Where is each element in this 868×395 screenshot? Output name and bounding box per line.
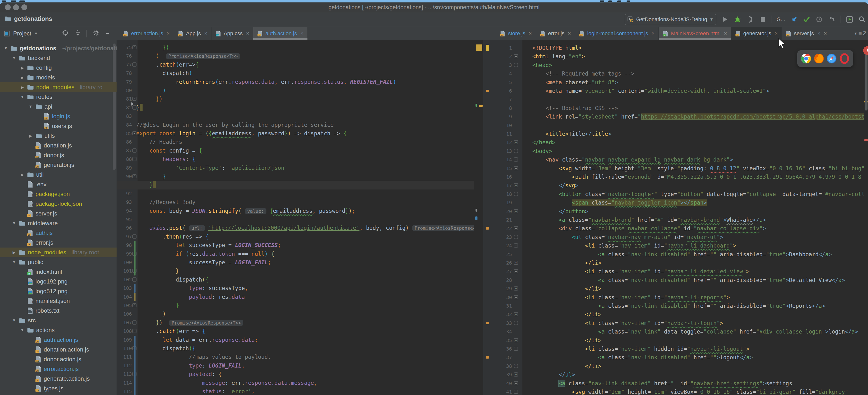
tree-item-donor.js[interactable]: JS donor.js (0, 150, 117, 160)
fold-collapse-icon[interactable]: − (514, 269, 518, 273)
fold-end-icon[interactable]: ^ (132, 97, 136, 101)
fold-collapse-icon[interactable]: − (514, 321, 518, 325)
tab-App.js[interactable]: JS App.js× (174, 27, 212, 40)
editor-splitter[interactable] (483, 40, 486, 395)
tree-item-index.html[interactable]: H index.html (0, 267, 117, 277)
fold-collapse-icon[interactable]: − (132, 235, 136, 239)
fold-end-icon[interactable]: ^ (132, 174, 136, 178)
tree-item-manifest.json[interactable]: {..}manifest.json (0, 296, 117, 306)
close-icon[interactable]: × (568, 30, 571, 37)
tree-item-server.js[interactable]: JS server.js (0, 209, 117, 218)
hide-panel-icon[interactable]: − (106, 30, 110, 37)
fold-collapse-icon[interactable]: − (514, 390, 518, 394)
expand-arrow-icon[interactable]: ▶ (20, 85, 25, 90)
collapse-arrow-icon[interactable]: ▼ (12, 221, 17, 225)
tree-item-donation.action.js[interactable]: JS donation.action.js (0, 345, 117, 355)
tree-item-robots.txt[interactable]: robots.txt (0, 306, 117, 315)
tree-item-users.js[interactable]: JS users.js (0, 121, 117, 131)
tree-item-generator.js[interactable]: JS generator.js (0, 160, 117, 170)
fold-end-icon[interactable]: ^ (514, 338, 518, 342)
fold-end-icon[interactable]: ^ (514, 261, 518, 265)
tree-item-package-lock.json[interactable]: {..}package-lock.json (0, 199, 117, 209)
tree-item-routes[interactable]: ▼routes (0, 92, 117, 102)
expand-arrow-icon[interactable]: ▶ (20, 66, 25, 70)
fold-end-icon[interactable]: ^ (514, 364, 518, 368)
tree-item-node_modules[interactable]: ▶node_moduleslibrary root (0, 247, 117, 257)
fold-collapse-icon[interactable]: − (514, 347, 518, 351)
fold-collapse-icon[interactable]: − (514, 149, 518, 153)
tab-error.js[interactable]: JS error.js× (536, 27, 575, 40)
tree-item-auth.action.js[interactable]: JS auth.action.js (0, 335, 117, 345)
collapse-arrow-icon[interactable]: ▼ (20, 328, 25, 332)
left-editor[interactable]: 75^7677−78798081^82^838485−8687−88−8990^… (117, 40, 483, 395)
tree-item-api[interactable]: ▼api (0, 102, 117, 112)
tree-item-node_modules[interactable]: ▶node_moduleslibrary ro (0, 82, 117, 92)
tab-auth.action.js[interactable]: JS auth.action.js× (253, 27, 308, 40)
close-icon[interactable]: × (204, 30, 208, 37)
close-icon[interactable]: × (724, 30, 727, 37)
collapse-all-icon[interactable] (75, 30, 81, 37)
expand-arrow-icon[interactable]: ▶ (12, 250, 17, 255)
tree-item-models[interactable]: ▶models (0, 73, 117, 82)
tree-item-auth.js[interactable]: JS auth.js (0, 228, 117, 238)
tree-item-donor.action.js[interactable]: JS donor.action.js (0, 355, 117, 364)
editor-scrollbar[interactable] (865, 50, 868, 111)
fold-end-icon[interactable]: ^ (132, 105, 136, 110)
tree-item-components[interactable]: ▼components (0, 393, 117, 395)
hidden-tabs-dropdown[interactable]: ▼ ≡ 2 (854, 30, 866, 37)
code-area[interactable]: }) ) Promise<AxiosResponse<T>> .catch(er… (136, 40, 474, 395)
git-branch-label[interactable]: G... (777, 16, 785, 23)
close-icon[interactable]: × (166, 30, 170, 37)
debug-button[interactable] (734, 16, 741, 23)
expand-arrow-icon[interactable]: ▶ (28, 133, 33, 138)
fold-end-icon[interactable]: ^ (132, 321, 136, 325)
opera-icon[interactable] (839, 54, 849, 64)
error-stripe[interactable] (864, 40, 868, 395)
tree-item-types.js[interactable]: JS types.js (0, 384, 117, 393)
collapse-arrow-icon[interactable]: ▼ (28, 104, 33, 109)
history-icon[interactable] (815, 16, 823, 23)
run-window-icon[interactable] (846, 16, 854, 23)
commit-icon[interactable] (803, 16, 810, 23)
error-stripe[interactable] (474, 40, 483, 395)
tree-item-package.json[interactable]: {..}package.json (0, 189, 117, 199)
tree-item-util[interactable]: ▶util (0, 170, 117, 180)
project-tool-window-header[interactable]: Project ▼ − (0, 27, 117, 40)
code-area[interactable]: <!DOCTYPE html><html lang="en"><head> <!… (532, 40, 864, 395)
close-icon[interactable]: × (301, 30, 304, 37)
gear-icon[interactable] (93, 30, 99, 37)
close-icon[interactable]: × (775, 30, 778, 37)
fold-end-icon[interactable]: ^ (514, 372, 518, 376)
tab-MainNavScreen.html[interactable]: H MainNavScreen.html× (659, 27, 731, 40)
fold-collapse-icon[interactable]: − (132, 157, 136, 161)
safari-icon[interactable] (827, 54, 837, 64)
tab-error.action.js[interactable]: JS error.action.js× (119, 27, 174, 40)
collapse-arrow-icon[interactable]: ▼ (12, 318, 17, 323)
tree-item-donation.js[interactable]: JS donation.js (0, 141, 117, 150)
tab-App.css[interactable]: CSS App.css× (212, 27, 253, 40)
tab-store.js[interactable]: JS store.js× (496, 27, 536, 40)
tree-item-config[interactable]: ▶config (0, 63, 117, 73)
tree-item-backend[interactable]: ▼backend (0, 53, 117, 63)
expand-arrow-icon[interactable]: ▶ (20, 75, 25, 80)
tree-item-login.js[interactable]: JS login.js (0, 112, 117, 121)
firefox-icon[interactable] (814, 54, 824, 64)
tree-item-.env[interactable]: .env (0, 180, 117, 189)
tree-item-generate.action.js[interactable]: JS generate.action.js (0, 374, 117, 384)
tab-generator.js[interactable]: JS generator.js× (731, 27, 782, 40)
tree-item-error.js[interactable]: JS error.js (0, 238, 117, 247)
locate-file-icon[interactable] (62, 30, 68, 37)
search-icon[interactable] (858, 16, 866, 23)
update-project-icon[interactable] (790, 16, 798, 23)
close-icon[interactable]: × (246, 30, 249, 37)
stop-button[interactable] (759, 16, 767, 23)
collapse-arrow-icon[interactable]: ▼ (12, 260, 17, 264)
fold-end-icon[interactable]: ^ (132, 303, 136, 307)
fold-collapse-icon[interactable]: − (514, 243, 518, 247)
fold-collapse-icon[interactable]: − (132, 62, 136, 66)
gutter-marker-icon[interactable] (131, 102, 134, 106)
collapse-arrow-icon[interactable]: ▼ (3, 46, 8, 51)
close-icon[interactable]: × (529, 30, 532, 37)
close-icon[interactable]: × (652, 30, 655, 37)
fold-collapse-icon[interactable]: − (514, 295, 518, 299)
